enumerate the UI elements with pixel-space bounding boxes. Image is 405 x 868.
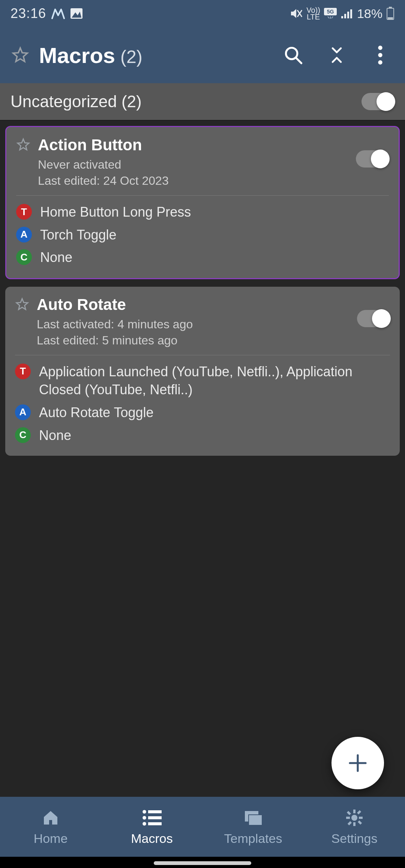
divider bbox=[16, 195, 389, 196]
nav-settings[interactable]: Settings bbox=[304, 797, 405, 857]
svg-rect-30 bbox=[353, 822, 356, 826]
gear-icon bbox=[345, 808, 364, 828]
constraint-text: None bbox=[40, 248, 72, 267]
nav-home[interactable]: Home bbox=[0, 797, 101, 857]
svg-point-24 bbox=[142, 822, 146, 826]
nav-label: Home bbox=[34, 831, 68, 846]
trigger-row: T Home Button Long Press bbox=[16, 201, 389, 224]
macro-meta-activated: Never activated bbox=[38, 158, 389, 172]
macro-title: Action Button bbox=[38, 136, 389, 154]
volte-icon: Vo))LTE bbox=[306, 7, 320, 20]
home-icon bbox=[41, 808, 60, 828]
gesture-bar[interactable] bbox=[154, 861, 251, 865]
macro-toggle[interactable] bbox=[357, 310, 390, 327]
collapse-icon bbox=[328, 45, 345, 65]
svg-rect-35 bbox=[357, 810, 361, 814]
collapse-button[interactable] bbox=[326, 44, 348, 66]
svg-point-15 bbox=[378, 46, 382, 50]
more-vert-icon bbox=[376, 45, 384, 65]
macro-star-icon[interactable] bbox=[15, 297, 30, 312]
page-title: Macros bbox=[39, 43, 115, 68]
svg-point-22 bbox=[142, 816, 146, 820]
trigger-row: T Application Launched (YouTube, Netfli.… bbox=[15, 361, 390, 401]
nav-macros[interactable]: Macros bbox=[101, 797, 202, 857]
battery-pct: 18% bbox=[357, 6, 382, 21]
svg-rect-12 bbox=[388, 17, 393, 19]
svg-rect-36 bbox=[348, 821, 352, 825]
status-bar: 23:16 Vo))LTE 5G 18% bbox=[0, 0, 405, 27]
picture-icon bbox=[70, 8, 83, 19]
macro-list: Action Button Never activated Last edite… bbox=[0, 121, 405, 456]
overflow-button[interactable] bbox=[369, 44, 392, 66]
add-macro-fab[interactable] bbox=[332, 737, 384, 789]
trigger-badge-icon: T bbox=[16, 204, 32, 220]
search-icon bbox=[284, 45, 303, 65]
action-text: Auto Rotate Toggle bbox=[39, 404, 154, 422]
constraint-row: C None bbox=[15, 424, 390, 447]
plus-icon bbox=[347, 753, 368, 774]
macro-meta-edited: Last edited: 24 Oct 2023 bbox=[38, 174, 389, 188]
trigger-text: Application Launched (YouTube, Netfli..)… bbox=[39, 363, 390, 399]
bottom-nav: Home Macros Templates Settings bbox=[0, 797, 405, 857]
nav-label: Templates bbox=[224, 831, 282, 846]
macro-meta-activated: Last activated: 4 minutes ago bbox=[37, 317, 390, 331]
svg-point-17 bbox=[378, 60, 382, 64]
trigger-text: Home Button Long Press bbox=[40, 203, 191, 221]
svg-rect-32 bbox=[359, 817, 363, 819]
svg-rect-25 bbox=[148, 822, 162, 825]
svg-rect-33 bbox=[347, 811, 351, 815]
trigger-badge-icon: T bbox=[15, 364, 31, 379]
nav-templates[interactable]: Templates bbox=[202, 797, 304, 857]
mute-icon bbox=[290, 8, 303, 19]
constraint-text: None bbox=[39, 427, 71, 445]
svg-text:5G: 5G bbox=[327, 9, 334, 15]
category-header[interactable]: Uncategorized (2) bbox=[0, 83, 405, 121]
svg-rect-27 bbox=[249, 815, 262, 825]
svg-rect-34 bbox=[358, 820, 362, 824]
category-name: Uncategorized (2) bbox=[10, 92, 142, 111]
favorite-star-icon[interactable] bbox=[10, 45, 30, 65]
svg-line-14 bbox=[296, 58, 302, 63]
action-text: Torch Toggle bbox=[40, 226, 116, 244]
list-icon bbox=[142, 808, 162, 828]
macro-star-icon[interactable] bbox=[16, 138, 31, 153]
svg-point-20 bbox=[142, 810, 146, 814]
search-button[interactable] bbox=[282, 44, 304, 66]
signal-icon bbox=[340, 8, 353, 19]
macro-toggle[interactable] bbox=[356, 150, 389, 168]
templates-icon bbox=[243, 808, 263, 828]
action-badge-icon: A bbox=[16, 227, 32, 242]
svg-rect-8 bbox=[347, 12, 349, 18]
constraint-badge-icon: C bbox=[16, 249, 32, 265]
macro-title: Auto Rotate bbox=[37, 296, 390, 314]
svg-rect-7 bbox=[344, 14, 346, 18]
action-badge-icon: A bbox=[15, 404, 31, 420]
action-row: A Auto Rotate Toggle bbox=[15, 401, 390, 424]
svg-rect-6 bbox=[341, 16, 343, 18]
app-bar: Macros (2) bbox=[0, 27, 405, 83]
nav-label: Macros bbox=[131, 831, 172, 846]
m-icon bbox=[51, 8, 65, 19]
macro-card[interactable]: Auto Rotate Last activated: 4 minutes ag… bbox=[5, 287, 400, 456]
svg-rect-31 bbox=[346, 817, 350, 819]
category-toggle[interactable] bbox=[362, 93, 394, 110]
constraint-row: C None bbox=[16, 246, 389, 269]
svg-point-28 bbox=[351, 815, 357, 821]
svg-rect-21 bbox=[148, 810, 162, 813]
status-time: 23:16 bbox=[10, 6, 46, 21]
action-row: A Torch Toggle bbox=[16, 224, 389, 247]
macro-meta-edited: Last edited: 5 minutes ago bbox=[37, 334, 390, 347]
divider bbox=[15, 355, 390, 355]
page-title-count: (2) bbox=[120, 46, 142, 67]
battery-icon bbox=[386, 7, 394, 20]
svg-point-16 bbox=[378, 53, 382, 57]
svg-rect-9 bbox=[350, 9, 352, 18]
svg-rect-29 bbox=[353, 810, 356, 813]
constraint-badge-icon: C bbox=[15, 427, 31, 443]
nav-label: Settings bbox=[332, 831, 378, 846]
macro-card[interactable]: Action Button Never activated Last edite… bbox=[5, 126, 400, 279]
5g-icon: 5G bbox=[324, 8, 337, 19]
svg-rect-23 bbox=[148, 816, 162, 819]
